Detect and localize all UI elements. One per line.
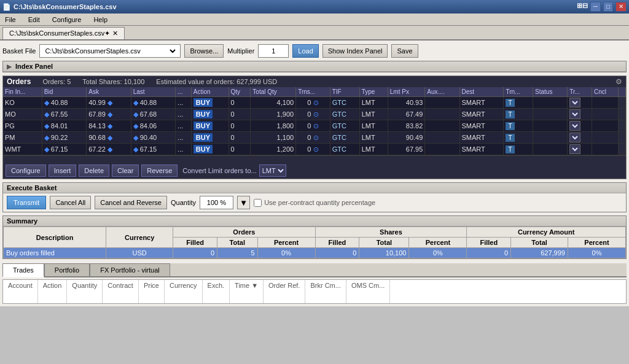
orders-percent-header: Percent (257, 238, 315, 248)
cell-scroll (619, 109, 626, 120)
index-panel-header: ▶ Index Panel (3, 61, 626, 72)
orders-toolbar: Configure Insert Delete Clear Reverse Co… (3, 163, 626, 179)
col-qty: Qty (229, 87, 251, 97)
table-row[interactable]: WMT ◆ 67.15 67.22 ◆ ◆ 67.15 ... BUY 0 1,… (3, 144, 626, 155)
multiplier-input[interactable] (258, 44, 289, 58)
cell-tif: GTC (330, 120, 359, 132)
transmit-button[interactable]: Transmit (7, 196, 46, 209)
delete-button[interactable]: Delete (79, 165, 109, 177)
cell-ticker: KO (3, 97, 42, 109)
cell-trn[interactable]: T (504, 132, 533, 144)
cell-type: LMT (359, 132, 388, 144)
table-row[interactable]: MO ◆ 67.55 67.89 ◆ ◆ 67.68 ... BUY 0 1,9… (3, 109, 626, 120)
cell-trns: 0 ⊙ (296, 132, 330, 144)
cell-qty: 0 (229, 109, 251, 120)
currency-total-header: Total (511, 238, 568, 248)
execute-title: Execute Basket (7, 184, 57, 192)
table-row[interactable]: PG ◆ 84.01 84.13 ◆ ◆ 84.06 ... BUY 0 1,8… (3, 120, 626, 132)
cell-trns: 0 ⊙ (296, 144, 330, 155)
cell-ask: 90.68 ◆ (87, 132, 131, 144)
titlebar-left: 📄 C:\Jts\bskConsumerStaples.csv (2, 3, 117, 11)
cell-type: LMT (359, 109, 388, 120)
col-trns: Trns... (296, 87, 330, 97)
cell-cncl (592, 120, 618, 132)
summary-orders-filled: 0 (173, 248, 217, 258)
cell-trn[interactable]: T (504, 144, 533, 155)
configure-button[interactable]: Configure (6, 165, 46, 177)
per-contract-checkbox[interactable] (254, 199, 262, 207)
bottom-tab-trades[interactable]: Trades (2, 263, 44, 277)
cell-trn[interactable]: T (504, 120, 533, 132)
cell-lmt-px: 67.95 (388, 144, 425, 155)
menu-edit[interactable]: Edit (26, 15, 42, 25)
menu-configure[interactable]: Configure (50, 15, 84, 25)
cell-tr: ▼ (568, 132, 592, 144)
bottom-col-order-ref.: Order Ref. (264, 280, 305, 303)
basket-file-row: Basket File C:\Jts\bskConsumerStaples.cs… (2, 43, 627, 59)
reverse-button[interactable]: Reverse (141, 165, 178, 177)
summary-section: Summary Description Currency Orders Shar… (2, 215, 627, 259)
bottom-tab-fx-portfolio---virtual[interactable]: FX Portfolio - virtual (90, 263, 170, 276)
menu-file[interactable]: File (2, 15, 18, 25)
convert-select[interactable]: LMT (259, 165, 286, 177)
basket-path-selector[interactable]: C:\Jts\bskConsumerStaples.csv (39, 44, 181, 58)
table-row[interactable]: PM ◆ 90.22 90.68 ◆ ◆ 90.40 ... BUY 0 1,1… (3, 132, 626, 144)
summary-orders-total: 5 (217, 248, 258, 258)
save-button[interactable]: Save (391, 44, 418, 58)
cell-status (533, 120, 568, 132)
cell-total-qty: 1,200 (251, 144, 296, 155)
titlebar-title: C:\Jts\bskConsumerStaples.csv (14, 3, 117, 10)
cell-status (533, 97, 568, 109)
tab-main[interactable]: C:\Jts\bskConsumerStaples.csv✦ ✕ (2, 27, 125, 39)
quantity-input[interactable] (200, 196, 233, 209)
col-status: Status (533, 87, 568, 97)
cell-ask: 40.99 ◆ (87, 97, 131, 109)
cell-dest: SMART (459, 120, 504, 132)
close-button[interactable]: ✕ (615, 2, 627, 12)
cell-aux (425, 144, 459, 155)
col-trn: Trn... (504, 87, 533, 97)
quantity-dropdown-button[interactable]: ▼ (237, 196, 250, 209)
cell-dots: ... (176, 97, 192, 109)
maximize-button[interactable]: □ (603, 2, 613, 12)
cell-dots: ... (176, 144, 192, 155)
cell-lmt-px: 40.93 (388, 97, 425, 109)
clear-button[interactable]: Clear (112, 165, 139, 177)
summary-orders-group: Orders (173, 227, 315, 238)
tab-label: C:\Jts\bskConsumerStaples.csv✦ (9, 29, 110, 37)
basket-path-dropdown[interactable]: C:\Jts\bskConsumerStaples.csv (42, 47, 178, 55)
basket-file-label: Basket File (2, 47, 36, 55)
cell-trn[interactable]: T (504, 109, 533, 120)
cell-bid: ◆ 67.55 (42, 109, 86, 120)
currency-filled-header: Filled (467, 238, 511, 248)
minimize-button[interactable]: ─ (590, 2, 601, 12)
browse-button[interactable]: Browse... (184, 44, 224, 58)
cancel-all-button[interactable]: Cancel All (50, 196, 91, 209)
currency-percent-header: Percent (568, 238, 625, 248)
menu-help[interactable]: Help (91, 15, 110, 25)
col-type: Type (359, 87, 388, 97)
col-dest: Dest (459, 87, 504, 97)
insert-button[interactable]: Insert (49, 165, 77, 177)
cell-aux (425, 109, 459, 120)
cell-action: BUY (191, 132, 229, 144)
table-row[interactable]: KO ◆ 40.88 40.99 ◆ ◆ 40.88 ... BUY 0 4,1… (3, 97, 626, 109)
shares-total-header: Total (359, 238, 409, 248)
tab-close-icon[interactable]: ✕ (112, 29, 118, 37)
load-button[interactable]: Load (292, 44, 318, 58)
panel-expand-icon[interactable]: ▶ (7, 63, 12, 70)
cell-last: ◆ 84.06 (131, 120, 175, 132)
cell-dots: ... (176, 109, 192, 120)
cell-action: BUY (191, 144, 229, 155)
summary-shares-group: Shares (315, 227, 467, 238)
summary-col-description: Description (4, 227, 106, 248)
cell-dest: SMART (459, 97, 504, 109)
bottom-tab-portfolio[interactable]: Portfolio (44, 263, 90, 276)
bottom-col-currency: Currency (165, 280, 203, 303)
per-contract-label: Use per-contract quantity percentage (254, 199, 375, 207)
orders-settings-icon[interactable]: ⚙ (615, 77, 622, 86)
show-index-panel-button[interactable]: Show Index Panel (322, 44, 388, 58)
cell-trn[interactable]: T (504, 97, 533, 109)
horizontal-scrollbar[interactable] (3, 155, 626, 163)
cancel-reverse-button[interactable]: Cancel and Reverse (95, 196, 167, 209)
